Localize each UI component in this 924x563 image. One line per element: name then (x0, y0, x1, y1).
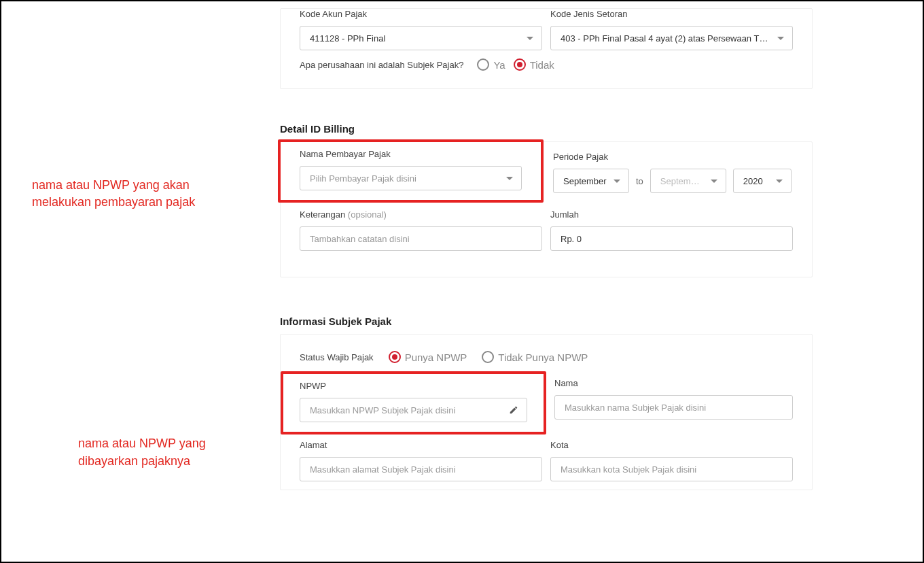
radio-icon (477, 58, 489, 71)
input-kota-text[interactable] (561, 464, 784, 475)
select-kode-jenis[interactable]: 403 - PPh Final Pasal 4 ayat (2) atas Pe… (550, 26, 793, 50)
radio-subjek-tidak[interactable]: Tidak (514, 58, 554, 71)
select-periode-year-value: 2020 (743, 176, 770, 186)
radio-label-ya: Ya (493, 59, 505, 71)
input-jumlah-text[interactable] (561, 234, 784, 244)
radio-label-tidak-punya: Tidak Punya NPWP (498, 352, 588, 363)
label-kode-jenis: Kode Jenis Setoran (550, 9, 793, 19)
card-billing: Nama Pembayar Pajak Pilih Pembayar Pajak… (280, 141, 813, 277)
radio-icon (389, 351, 401, 363)
radio-label-punya: Punya NPWP (405, 352, 467, 363)
card-informasi: Status Wajib Pajak Punya NPWP Tidak Puny… (280, 334, 813, 490)
select-nama-pembayar[interactable]: Pilih Pembayar Pajak disini (300, 166, 522, 190)
annotation-subjek: nama atau NPWP yang dibayarkan pajaknya (78, 435, 260, 469)
select-periode-year[interactable]: 2020 (733, 169, 792, 193)
input-nama-subjek[interactable] (554, 395, 793, 420)
label-periode: Periode Pajak (553, 152, 796, 162)
pencil-icon[interactable] (509, 405, 518, 415)
chevron-down-icon (527, 37, 533, 40)
input-alamat-text[interactable] (310, 464, 533, 475)
label-alamat: Alamat (300, 440, 542, 450)
chevron-down-icon (777, 37, 784, 40)
radio-subjek-ya[interactable]: Ya (477, 58, 505, 71)
highlight-nama-pembayar: Nama Pembayar Pajak Pilih Pembayar Pajak… (278, 139, 544, 203)
label-subjek-question: Apa perusahaan ini adalah Subjek Pajak? (300, 60, 463, 70)
radio-punya-npwp[interactable]: Punya NPWP (389, 351, 467, 363)
highlight-npwp: NPWP (281, 371, 546, 434)
chevron-down-icon (614, 180, 620, 183)
label-npwp: NPWP (300, 381, 527, 391)
input-npwp-text[interactable] (310, 405, 503, 415)
annotation-pembayar: nama atau NPWP yang akan melakukan pemba… (32, 177, 260, 211)
section-title-informasi: Informasi Subjek Pajak (280, 307, 813, 334)
select-kode-akun[interactable]: 411128 - PPh Final (300, 26, 542, 50)
section-title-billing: Detail ID Billing (280, 115, 813, 141)
label-nama-pembayar: Nama Pembayar Pajak (300, 149, 522, 159)
radio-icon (482, 351, 494, 363)
input-nama-subjek-text[interactable] (565, 403, 784, 413)
label-kota: Kota (550, 440, 793, 450)
periode-to-word: to (636, 176, 643, 186)
radio-tidak-punya-npwp[interactable]: Tidak Punya NPWP (482, 351, 588, 363)
label-keterangan: Keterangan (opsional) (300, 209, 542, 220)
radio-label-tidak: Tidak (530, 59, 554, 71)
label-nama-subjek: Nama (554, 378, 793, 388)
chevron-down-icon (506, 177, 513, 180)
select-kode-jenis-value: 403 - PPh Final Pasal 4 ayat (2) atas Pe… (561, 33, 772, 44)
label-kode-akun: Kode Akun Pajak (300, 9, 542, 19)
radio-icon (514, 58, 526, 71)
card-topsection: Kode Akun Pajak 411128 - PPh Final Kode … (280, 8, 813, 89)
input-alamat[interactable] (300, 457, 542, 481)
input-jumlah[interactable] (550, 226, 793, 251)
chevron-down-icon (776, 180, 783, 183)
chevron-down-icon (711, 180, 717, 183)
select-periode-from-value: September (563, 176, 608, 186)
select-periode-to-value: Septem… (660, 176, 705, 186)
select-periode-to[interactable]: Septem… (650, 169, 726, 193)
label-jumlah: Jumlah (550, 209, 793, 220)
select-kode-akun-value: 411128 - PPh Final (310, 33, 521, 44)
input-npwp[interactable] (300, 398, 527, 422)
input-keterangan[interactable] (300, 226, 542, 251)
input-keterangan-text[interactable] (310, 234, 533, 244)
select-nama-pembayar-placeholder: Pilih Pembayar Pajak disini (310, 173, 501, 184)
select-periode-from[interactable]: September (553, 169, 629, 193)
label-status-wp: Status Wajib Pajak (300, 352, 374, 362)
input-kota[interactable] (550, 457, 793, 481)
